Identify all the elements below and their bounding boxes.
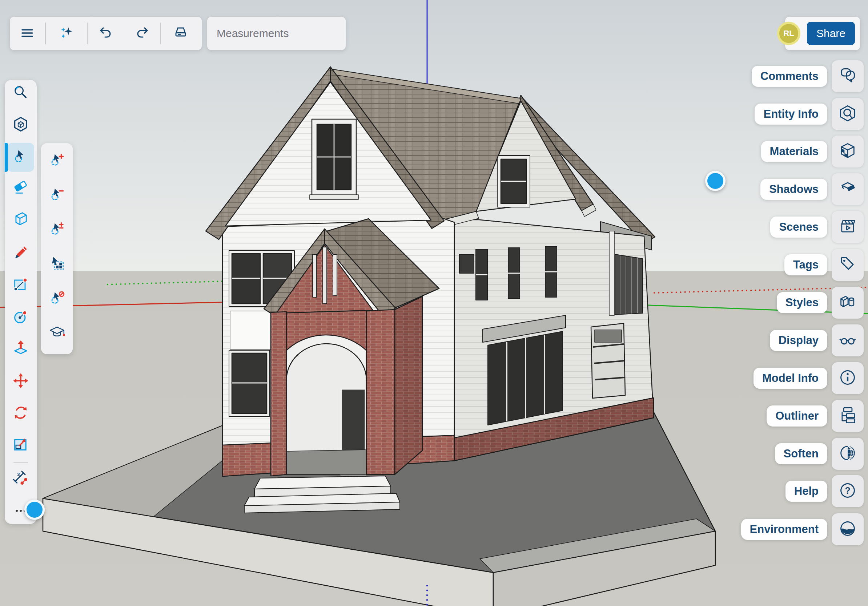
measurements-panel — [207, 17, 346, 50]
tool-box-button[interactable] — [9, 207, 32, 231]
materials-icon — [838, 141, 857, 162]
share-button[interactable]: Share — [807, 22, 855, 45]
toolbar-divider — [160, 23, 161, 44]
tools-toolbar: 3 — [5, 80, 37, 524]
panel-button-outliner[interactable] — [832, 400, 863, 432]
redo-icon — [134, 25, 150, 42]
panel-label-materials[interactable]: Materials — [761, 141, 827, 162]
panel-label-shadows[interactable]: Shadows — [760, 179, 827, 200]
styles-icon — [838, 292, 857, 313]
panel-label-outliner[interactable]: Outliner — [767, 405, 827, 427]
select-subtract-icon — [49, 186, 65, 204]
panel-label-comments[interactable]: Comments — [752, 66, 827, 87]
select-add-icon — [49, 152, 65, 170]
outliner-icon — [838, 406, 857, 426]
select-window-icon — [49, 255, 65, 274]
shadows-icon — [838, 179, 857, 199]
tool-components-button[interactable] — [9, 113, 32, 137]
tape-measure-icon: 3 — [12, 469, 29, 488]
redo-button[interactable] — [131, 23, 153, 44]
sparkles-icon — [59, 25, 75, 42]
flyout-select-none-button[interactable] — [45, 286, 69, 312]
rail-row-comments: Comments — [752, 60, 863, 92]
rail-row-model-info: Model Info — [753, 362, 863, 394]
panel-label-environment[interactable]: Environment — [741, 519, 827, 540]
rail-row-outliner: Outliner — [767, 400, 863, 432]
panel-label-tags[interactable]: Tags — [784, 254, 827, 275]
panel-label-help[interactable]: Help — [786, 481, 827, 502]
panel-button-tags[interactable] — [832, 249, 863, 281]
help-icon: ? — [838, 481, 857, 501]
rail-row-environment: Environment — [741, 513, 863, 545]
tool-circle-button[interactable] — [9, 305, 32, 329]
panel-button-entity-info[interactable] — [832, 98, 863, 130]
toolbar-divider — [45, 23, 46, 44]
flyout-select-window-button[interactable] — [45, 252, 69, 277]
tool-eraser-button[interactable] — [9, 176, 32, 200]
environment-icon — [838, 519, 857, 540]
entity-info-icon — [838, 104, 857, 124]
rail-row-entity-info: Entity Info — [755, 98, 863, 130]
model-viewport[interactable] — [0, 0, 868, 606]
panel-label-entity-info[interactable]: Entity Info — [755, 104, 827, 125]
panel-button-comments[interactable] — [832, 60, 863, 92]
push-pull-icon — [12, 339, 29, 358]
rail-row-materials: Materials — [761, 136, 863, 167]
panel-button-styles[interactable] — [832, 287, 863, 318]
undo-button[interactable] — [95, 23, 117, 44]
tool-rotate-button[interactable] — [9, 402, 32, 425]
move-arrows-icon — [12, 372, 29, 391]
tool-select-button[interactable] — [7, 143, 34, 172]
undo-icon — [98, 25, 114, 42]
tool-zoom-button[interactable] — [9, 81, 32, 105]
panel-button-display[interactable] — [832, 325, 863, 356]
cube-icon — [12, 210, 29, 229]
comments-icon — [838, 66, 857, 87]
hexagon-cube-icon — [12, 116, 29, 135]
tool-scale-button[interactable] — [9, 433, 32, 457]
panel-button-help[interactable]: ? — [832, 475, 863, 507]
select-plusminus-icon — [49, 221, 65, 239]
drawer-icon — [173, 25, 189, 42]
rail-row-tags: Tags — [784, 249, 863, 281]
menu-button[interactable] — [16, 23, 38, 44]
panel-label-model-info[interactable]: Model Info — [753, 368, 827, 389]
tag-icon — [838, 255, 857, 275]
rail-row-soften: Soften — [775, 438, 863, 470]
graduation-cap-icon — [49, 325, 65, 343]
panel-label-soften[interactable]: Soften — [775, 443, 827, 464]
rail-row-scenes: Scenes — [770, 211, 863, 243]
flyout-select-add-button[interactable] — [45, 148, 69, 174]
rail-row-shadows: Shadows — [760, 173, 863, 205]
flyout-select-subtract-button[interactable] — [45, 183, 69, 208]
panel-button-shadows[interactable] — [832, 173, 863, 205]
measurements-input[interactable] — [207, 17, 346, 50]
selected-tool-indicator — [5, 143, 8, 172]
main-toolbar — [10, 17, 202, 50]
soften-icon — [838, 444, 857, 464]
tool-line-button[interactable] — [9, 241, 32, 266]
ellipsis-icon — [12, 502, 29, 521]
panel-button-soften[interactable] — [832, 438, 863, 470]
scale-arrow-icon — [12, 436, 29, 454]
panel-label-styles[interactable]: Styles — [777, 292, 827, 313]
panel-label-display[interactable]: Display — [770, 330, 827, 351]
tool-push-pull-button[interactable] — [9, 337, 32, 361]
sketchup-window: RL Share 3 CommentsEntity InfoMaterialsS… — [0, 0, 868, 606]
tool-more-tools-button[interactable] — [9, 499, 32, 524]
panel-button-model-info[interactable] — [832, 362, 863, 394]
panel-button-scenes[interactable] — [832, 211, 863, 243]
panel-button-environment[interactable] — [832, 513, 863, 545]
tool-tape-measure-button[interactable]: 3 — [9, 467, 32, 490]
tool-move-button[interactable] — [9, 369, 32, 393]
panel-button-materials[interactable] — [832, 136, 863, 167]
glasses-icon — [838, 330, 857, 351]
flyout-instructor-button[interactable] — [45, 321, 69, 346]
flyout-select-toggle-button[interactable] — [45, 217, 69, 243]
info-icon — [838, 368, 857, 388]
ai-assistant-button[interactable] — [56, 23, 78, 44]
files-drawer-button[interactable] — [170, 23, 192, 44]
avatar[interactable]: RL — [777, 22, 800, 45]
tool-rectangle-button[interactable] — [9, 273, 32, 297]
panel-label-scenes[interactable]: Scenes — [770, 216, 827, 238]
